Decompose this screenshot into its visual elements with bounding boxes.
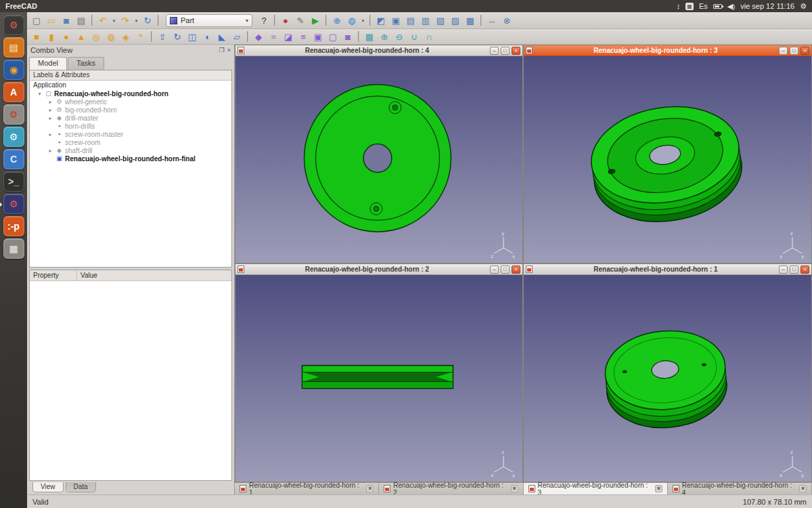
new-document-icon[interactable]: ▢ bbox=[30, 14, 43, 27]
measure-clear-icon[interactable]: ⊗ bbox=[500, 14, 514, 27]
view-window-4-titlebar[interactable]: Renacuajo-wheel-big-rounded-horn : 4 – □… bbox=[235, 45, 522, 56]
view-window-2-titlebar[interactable]: Renacuajo-wheel-big-rounded-horn : 2 – □… bbox=[235, 264, 522, 275]
shape-builder-icon[interactable]: * bbox=[134, 30, 148, 43]
launcher-terminal[interactable]: >_ bbox=[3, 171, 24, 192]
revolve-icon[interactable]: ↻ bbox=[171, 30, 184, 43]
cross-sections-icon[interactable]: ≡ bbox=[296, 30, 310, 43]
combo-view-tab[interactable]: Model bbox=[29, 57, 67, 70]
fillet-icon[interactable]: ◖ bbox=[200, 30, 214, 43]
view-rear-icon[interactable]: ▧ bbox=[434, 14, 447, 27]
launcher-pinta[interactable]: :-p bbox=[3, 216, 24, 236]
view-front-icon[interactable]: ▣ bbox=[389, 14, 403, 27]
save-icon[interactable]: ◙ bbox=[60, 14, 73, 27]
offset-2d-icon[interactable]: ▢ bbox=[326, 30, 340, 43]
view-window-3-titlebar[interactable]: Renacuajo-wheel-big-rounded-horn : 3 – □… bbox=[524, 45, 811, 56]
maximize-button[interactable]: □ bbox=[790, 266, 798, 274]
expander-icon[interactable]: ▸ bbox=[47, 99, 53, 105]
tree-item[interactable]: ▪ screw-room bbox=[30, 138, 231, 146]
tree-item[interactable]: ▣ Renacuajo-wheel-big-rounded-horn-final bbox=[30, 154, 231, 163]
view-window-1-titlebar[interactable]: Renacuajo-wheel-big-rounded-horn : 1 – □… bbox=[524, 264, 811, 275]
draw-style-dropdown-icon[interactable]: ▾ bbox=[360, 14, 366, 27]
part-sphere-icon[interactable]: ● bbox=[60, 30, 73, 43]
tree-item[interactable]: ▸ ◆ drill-master bbox=[30, 114, 231, 122]
combo-view-titlebar[interactable]: Combo View ❐ × bbox=[27, 45, 234, 56]
redo-icon[interactable]: ↷ bbox=[118, 14, 132, 27]
close-panel-icon[interactable]: × bbox=[227, 47, 231, 54]
viewport-3d-front[interactable]: y z x bbox=[235, 56, 522, 263]
measure-distance-icon[interactable]: ↔ bbox=[485, 14, 499, 27]
minimize-button[interactable]: – bbox=[490, 47, 499, 55]
part-torus-icon[interactable]: ◎ bbox=[89, 30, 103, 43]
draw-style-icon[interactable]: ◍ bbox=[345, 14, 359, 27]
viewport-3d-isometric-top[interactable]: z x y bbox=[524, 56, 811, 263]
property-view-tab[interactable]: View bbox=[32, 482, 64, 492]
refresh-icon[interactable]: ↻ bbox=[141, 14, 154, 27]
section-icon[interactable]: ◪ bbox=[281, 30, 295, 43]
compound-icon[interactable]: ▦ bbox=[363, 30, 376, 43]
part-primitives-icon[interactable]: ◈ bbox=[119, 30, 133, 43]
input-indicator-icon[interactable]: ↕ bbox=[677, 2, 681, 10]
ruled-surface-icon[interactable]: ▱ bbox=[230, 30, 244, 43]
macro-record-icon[interactable]: ● bbox=[279, 14, 292, 27]
combo-view-tab[interactable]: Tasks bbox=[68, 57, 104, 70]
minimize-button[interactable]: – bbox=[779, 266, 788, 274]
launcher-files[interactable]: ▤ bbox=[3, 37, 24, 58]
tree-item[interactable]: ▸ ◆ shaft-drill bbox=[30, 146, 231, 154]
keyboard-icon[interactable]: ▦ bbox=[685, 3, 694, 10]
document-tab[interactable]: Renacuajo-wheel-big-rounded-horn : 1 × bbox=[235, 483, 379, 494]
launcher-software-center[interactable]: A bbox=[3, 82, 24, 102]
print-icon[interactable]: ▤ bbox=[74, 14, 88, 27]
viewport-3d-side[interactable]: z x y bbox=[235, 275, 522, 482]
launcher-update-manager[interactable]: ⚙ bbox=[3, 104, 24, 125]
launcher-freecad[interactable]: ⚙ bbox=[3, 194, 24, 214]
boolean-icon[interactable]: ⊕ bbox=[378, 30, 391, 43]
keyboard-layout-indicator[interactable]: Es bbox=[699, 2, 708, 10]
expander-icon[interactable]: ▸ bbox=[47, 148, 53, 154]
close-button[interactable]: × bbox=[512, 266, 520, 274]
close-button[interactable]: × bbox=[800, 266, 809, 274]
workbench-selector[interactable]: Part ▾ bbox=[166, 14, 252, 27]
minimize-button[interactable]: – bbox=[490, 266, 499, 274]
part-cone-icon[interactable]: ▲ bbox=[74, 30, 88, 43]
close-tab-icon[interactable]: × bbox=[366, 485, 374, 492]
expander-icon[interactable]: ▸ bbox=[47, 131, 53, 137]
property-editor-body[interactable] bbox=[30, 281, 231, 480]
union-icon[interactable]: ∪ bbox=[407, 30, 421, 43]
float-panel-icon[interactable]: ❐ bbox=[219, 47, 225, 54]
minimize-button[interactable]: – bbox=[779, 47, 788, 55]
expander-icon[interactable]: ▸ bbox=[47, 115, 53, 121]
intersection-icon[interactable]: ∩ bbox=[422, 30, 436, 43]
launcher-workspace-switcher[interactable]: ▦ bbox=[3, 238, 24, 259]
view-bottom-icon[interactable]: ▨ bbox=[449, 14, 462, 27]
extrude-icon[interactable]: ⇧ bbox=[156, 30, 169, 43]
document-tab[interactable]: Renacuajo-wheel-big-rounded-horn : 4 × bbox=[668, 483, 812, 494]
battery-icon[interactable] bbox=[713, 4, 722, 9]
part-cylinder-icon[interactable]: ▮ bbox=[45, 30, 58, 43]
redo-dropdown-icon[interactable]: ▾ bbox=[133, 14, 139, 27]
sweep-icon[interactable]: ≈ bbox=[267, 30, 280, 43]
tree-item[interactable]: ▾ ▢ Renacuajo-wheel-big-rounded-horn bbox=[30, 89, 231, 98]
tree-application-root[interactable]: Application bbox=[30, 81, 231, 89]
offset-3d-icon[interactable]: ▣ bbox=[311, 30, 325, 43]
cut-icon[interactable]: ⊖ bbox=[392, 30, 406, 43]
tree-item[interactable]: ▸ ⚙ big-rounded-horn bbox=[30, 106, 231, 114]
expander-icon[interactable]: ▸ bbox=[47, 107, 53, 113]
loft-icon[interactable]: ◆ bbox=[252, 30, 265, 43]
launcher-freecad-dash[interactable]: ⚙ bbox=[3, 15, 24, 35]
document-tab[interactable]: Renacuajo-wheel-big-rounded-horn : 3 × bbox=[524, 483, 668, 494]
close-button[interactable]: × bbox=[800, 47, 809, 55]
chamfer-icon[interactable]: ◣ bbox=[215, 30, 229, 43]
macro-execute-icon[interactable]: ▶ bbox=[309, 14, 322, 27]
thickness-icon[interactable]: ◙ bbox=[341, 30, 355, 43]
expander-icon[interactable]: ▾ bbox=[37, 91, 43, 97]
undo-icon[interactable]: ↶ bbox=[96, 14, 110, 27]
launcher-chromium[interactable]: C bbox=[3, 149, 24, 169]
part-tube-icon[interactable]: ◍ bbox=[104, 30, 118, 43]
launcher-firefox[interactable]: ◉ bbox=[3, 60, 24, 80]
close-tab-icon[interactable]: × bbox=[655, 485, 662, 492]
undo-dropdown-icon[interactable]: ▾ bbox=[111, 14, 117, 27]
volume-icon[interactable]: ◀) bbox=[727, 2, 735, 11]
whats-this-icon[interactable]: ? bbox=[257, 14, 271, 27]
view-right-icon[interactable]: ▥ bbox=[419, 14, 432, 27]
maximize-button[interactable]: □ bbox=[501, 266, 510, 274]
